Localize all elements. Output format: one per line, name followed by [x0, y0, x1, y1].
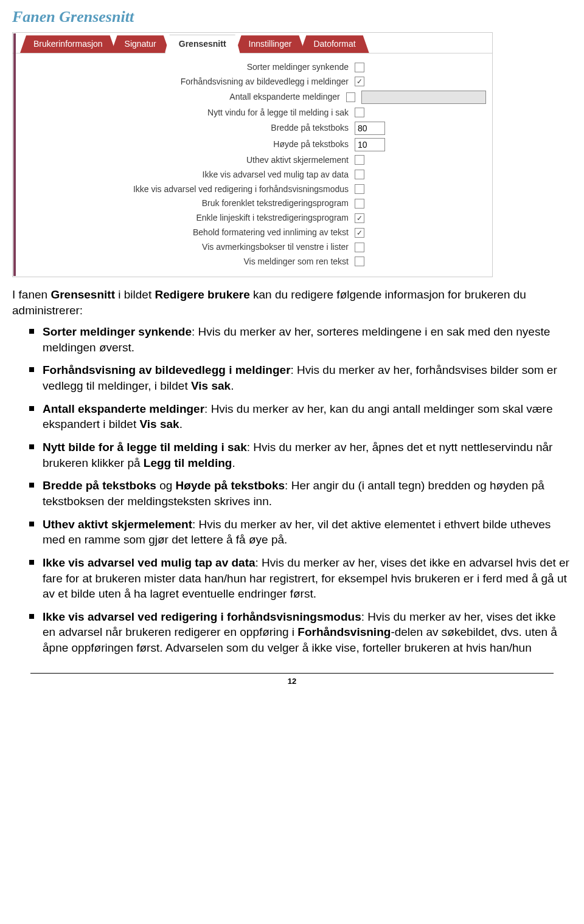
settings-screenshot: BrukerinformasjonSignaturGrensesnittInns… [12, 32, 493, 277]
form-row: Nytt vindu for å legge til melding i sak [20, 107, 486, 119]
bullet-tail: . [232, 457, 235, 469]
bullet-bold: Antall ekspanderte meldinger [43, 402, 204, 415]
form-row: Behold formatering ved innliming av teks… [20, 227, 486, 238]
bullet-bold: Forhåndsvisning av bildevedlegg i meldin… [43, 364, 291, 376]
checkbox[interactable] [355, 108, 364, 117]
checkbox[interactable] [355, 257, 364, 266]
checkbox[interactable] [355, 184, 364, 194]
bullet-bold-2: Vis sak [140, 418, 179, 430]
form-row: Ikke vis advarsel ved redigering i forhå… [20, 184, 486, 195]
form-row: Uthev aktivt skjermelement [20, 154, 486, 166]
bullet-bold-2: Legg til melding [144, 457, 232, 469]
list-item: Sorter meldinger synkende: Hvis du merke… [12, 324, 572, 355]
tab-grensesnitt[interactable]: Grensesnitt [165, 35, 240, 53]
field-label: Bredde på tekstboks [20, 122, 349, 134]
page-footer: 12 [12, 673, 572, 687]
field-label: Vis avmerkingsbokser til venstre i liste… [20, 241, 349, 253]
list-item: Ikke vis advarsel ved mulig tap av data:… [12, 555, 572, 602]
bullet-bold-2: Vis sak [191, 379, 231, 392]
form-row: Bruk forenklet tekstredigeringsprogram [20, 198, 486, 209]
checkbox[interactable]: ✓ [355, 213, 364, 223]
bullet-bold: Uthev aktivt skjermelement [43, 518, 192, 531]
field-label: Sorter meldinger synkende [20, 61, 349, 73]
form-row: Vis meldinger som ren tekst [20, 256, 486, 267]
tab-innstillinger[interactable]: Innstillinger [235, 35, 305, 53]
field-label: Høyde på tekstboks [20, 139, 349, 150]
bullet-bold: Nytt bilde for å legge til melding i sak [43, 441, 247, 453]
text-input[interactable] [355, 138, 385, 151]
tab-brukerinformasjon[interactable]: Brukerinformasjon [20, 35, 116, 53]
tab-bar: BrukerinformasjonSignaturGrensesnittInns… [13, 33, 492, 53]
checkbox[interactable] [355, 243, 364, 252]
checkbox[interactable] [355, 199, 364, 209]
footer-rule [30, 673, 554, 674]
form-row: Bredde på tekstboks [20, 122, 486, 135]
list-item: Antall ekspanderte meldinger: Hvis du me… [12, 401, 572, 432]
list-item: Forhåndsvisning av bildevedlegg i meldin… [12, 362, 572, 393]
tab-datoformat[interactable]: Datoformat [300, 35, 369, 53]
field-label: Bruk forenklet tekstredigeringsprogram [20, 198, 349, 209]
checkbox[interactable] [355, 155, 364, 165]
page-number: 12 [12, 676, 572, 687]
bullet-bold-2: Høyde på tekstboks [176, 479, 285, 492]
field-label: Uthev aktivt skjermelement [20, 154, 349, 166]
bullet-bold: Bredde på tekstboks [43, 479, 156, 492]
bullet-bold: Sorter meldinger synkende [43, 325, 192, 338]
form-row: Antall ekspanderte meldinger [20, 91, 486, 104]
form-row: Sorter meldinger synkende [20, 61, 486, 73]
form-area: Sorter meldinger synkendeForhåndsvisning… [13, 53, 492, 273]
bullet-tail: . [179, 418, 182, 430]
intro-paragraph: I fanen Grensesnitt i bildet Redigere br… [12, 287, 572, 318]
list-item: Bredde på tekstboks og Høyde på tekstbok… [12, 478, 572, 509]
field-label: Ikke vis advarsel ved redigering i forhå… [20, 184, 349, 195]
field-label: Enkle linjeskift i tekstredigeringsprogr… [20, 212, 349, 224]
checkbox[interactable]: ✓ [355, 228, 364, 238]
list-item: Ikke vis advarsel ved redigering i forhå… [12, 609, 572, 656]
bullet-text: og [156, 479, 176, 492]
field-label: Antall ekspanderte meldinger [20, 91, 340, 103]
intro-text: i bildet [115, 288, 155, 301]
text-input[interactable] [355, 122, 385, 135]
checkbox[interactable] [355, 170, 364, 179]
bullet-bold-2: Forhåndsvisning [297, 626, 391, 638]
bullet-bold: Ikke vis advarsel ved mulig tap av data [43, 556, 255, 569]
form-row: Forhåndsvisning av bildevedlegg i meldin… [20, 76, 486, 88]
checkbox[interactable]: ✓ [355, 77, 364, 86]
field-label: Forhåndsvisning av bildevedlegg i meldin… [20, 76, 349, 88]
list-item: Nytt bilde for å legge til melding i sak… [12, 440, 572, 471]
field-label: Vis meldinger som ren tekst [20, 256, 349, 267]
form-row: Enkle linjeskift i tekstredigeringsprogr… [20, 212, 486, 224]
bullet-tail: . [231, 379, 234, 392]
field-label: Ikke vis advarsel ved mulig tap av data [20, 169, 349, 181]
form-row: Vis avmerkingsbokser til venstre i liste… [20, 241, 486, 253]
bullet-list: Sorter meldinger synkende: Hvis du merke… [12, 324, 572, 656]
tab-signatur[interactable]: Signatur [111, 35, 170, 53]
checkbox[interactable] [355, 63, 364, 72]
text-input[interactable] [361, 91, 486, 104]
form-row: Høyde på tekstboks [20, 138, 486, 151]
field-label: Behold formatering ved innliming av teks… [20, 227, 349, 238]
checkbox[interactable] [346, 92, 356, 102]
field-label: Nytt vindu for å legge til melding i sak [20, 107, 349, 119]
form-row: Ikke vis advarsel ved mulig tap av data [20, 169, 486, 181]
intro-text: I fanen [12, 288, 50, 301]
page-title: Fanen Grensesnitt [12, 6, 572, 27]
list-item: Uthev aktivt skjermelement: Hvis du merk… [12, 517, 572, 548]
intro-bold-1: Grensesnitt [50, 288, 115, 301]
intro-bold-2: Redigere brukere [155, 288, 249, 301]
bullet-bold: Ikke vis advarsel ved redigering i forhå… [43, 610, 361, 623]
